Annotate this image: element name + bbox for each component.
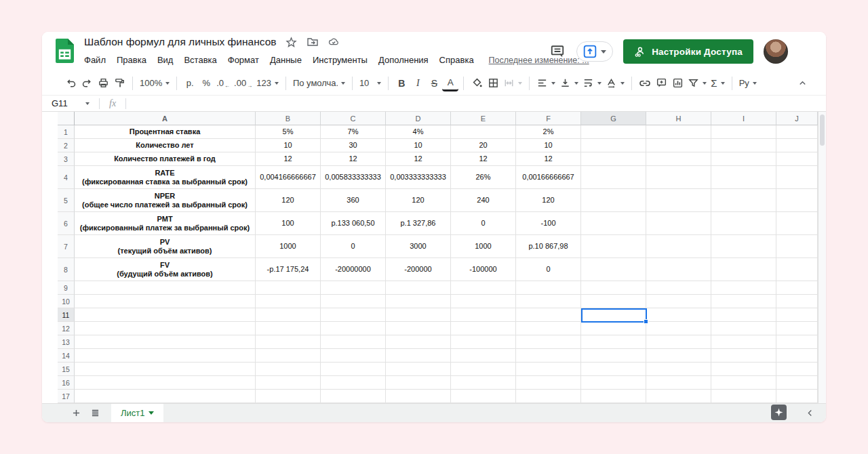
- menu-view[interactable]: Вид: [152, 53, 179, 67]
- cell-C6[interactable]: р.133 060,50: [321, 212, 386, 235]
- menu-insert[interactable]: Вставка: [178, 53, 222, 67]
- cell-C3[interactable]: 12: [321, 152, 386, 166]
- sheet-tab-menu-icon[interactable]: [149, 411, 154, 415]
- cell[interactable]: [776, 349, 818, 363]
- cell[interactable]: [256, 322, 321, 335]
- row-header-11[interactable]: 11: [58, 308, 75, 322]
- row-header-14[interactable]: 14: [58, 349, 75, 363]
- cell[interactable]: [75, 390, 256, 403]
- cell-B4[interactable]: 0,004166666667: [256, 166, 321, 189]
- cell-E2[interactable]: 20: [451, 139, 516, 152]
- cell[interactable]: [646, 376, 711, 390]
- cell-C7[interactable]: 0: [321, 235, 386, 258]
- row-header-4[interactable]: 4: [58, 166, 75, 189]
- cell[interactable]: [711, 189, 776, 212]
- star-icon[interactable]: [285, 36, 298, 48]
- cell[interactable]: [581, 212, 646, 235]
- cell[interactable]: [646, 212, 711, 235]
- cell[interactable]: [516, 376, 581, 390]
- cell[interactable]: [581, 258, 646, 281]
- row-header-5[interactable]: 5: [58, 189, 75, 212]
- fill-handle[interactable]: [644, 319, 648, 324]
- cell-B2[interactable]: 10: [256, 139, 321, 152]
- cell[interactable]: [581, 125, 646, 139]
- menu-addons[interactable]: Дополнения: [373, 53, 434, 67]
- cell[interactable]: [581, 349, 646, 363]
- cell[interactable]: [646, 349, 711, 363]
- cell[interactable]: [776, 139, 818, 152]
- cell-F2[interactable]: 10: [516, 139, 581, 152]
- cell-D5[interactable]: 120: [386, 189, 451, 212]
- row-header-1[interactable]: 1: [58, 125, 75, 139]
- text-wrap-icon[interactable]: [580, 75, 604, 91]
- cell[interactable]: [75, 295, 256, 308]
- cell-A1[interactable]: Процентная ставка: [75, 125, 256, 139]
- name-box[interactable]: G11: [42, 98, 99, 108]
- cell[interactable]: [776, 258, 818, 281]
- cell-E6[interactable]: 0: [451, 212, 516, 235]
- cell[interactable]: [386, 295, 451, 308]
- cell-F8[interactable]: 0: [516, 258, 581, 281]
- cell[interactable]: [75, 349, 256, 363]
- cell[interactable]: [321, 308, 386, 322]
- row-header-3[interactable]: 3: [58, 152, 75, 166]
- cell[interactable]: [646, 390, 711, 403]
- cell[interactable]: [386, 335, 451, 349]
- col-header-C[interactable]: C: [321, 112, 386, 125]
- row-header-2[interactable]: 2: [58, 139, 75, 152]
- font-size-select[interactable]: 10: [357, 75, 383, 91]
- cell[interactable]: [516, 322, 581, 335]
- cell[interactable]: [75, 322, 256, 335]
- cell[interactable]: [646, 235, 711, 258]
- cell[interactable]: [75, 363, 256, 376]
- col-header-H[interactable]: H: [646, 112, 711, 125]
- menu-data[interactable]: Данные: [264, 53, 307, 67]
- document-title[interactable]: Шаблон формул для личных финансов: [84, 36, 277, 48]
- col-header-I[interactable]: I: [711, 112, 776, 125]
- filter-icon[interactable]: [686, 75, 709, 91]
- cell-C8[interactable]: -20000000: [321, 258, 386, 281]
- cell-B3[interactable]: 12: [256, 152, 321, 166]
- cell[interactable]: [711, 212, 776, 235]
- cell-E7[interactable]: 1000: [451, 235, 516, 258]
- cell[interactable]: [776, 125, 818, 139]
- cell[interactable]: [451, 295, 516, 308]
- cell[interactable]: [581, 166, 646, 189]
- row-header-10[interactable]: 10: [58, 295, 75, 308]
- vertical-align-icon[interactable]: [557, 75, 580, 91]
- vertical-scrollbar[interactable]: [818, 112, 826, 403]
- cell[interactable]: [776, 189, 818, 212]
- cell[interactable]: [256, 390, 321, 403]
- borders-icon[interactable]: [485, 75, 501, 91]
- insert-comment-icon[interactable]: [653, 75, 669, 91]
- cell[interactable]: [451, 349, 516, 363]
- cell[interactable]: [646, 295, 711, 308]
- cell-C5[interactable]: 360: [321, 189, 386, 212]
- cell[interactable]: [776, 376, 818, 390]
- cell[interactable]: [581, 363, 646, 376]
- cell[interactable]: [516, 363, 581, 376]
- percent-format-button[interactable]: %: [198, 75, 214, 91]
- cell[interactable]: [711, 322, 776, 335]
- cell[interactable]: [711, 258, 776, 281]
- bold-button[interactable]: B: [393, 75, 410, 91]
- cell[interactable]: [386, 308, 451, 322]
- cell[interactable]: [711, 125, 776, 139]
- cell[interactable]: [711, 235, 776, 258]
- row-header-9[interactable]: 9: [58, 281, 75, 295]
- cell-C1[interactable]: 7%: [321, 125, 386, 139]
- share-status-button[interactable]: [576, 41, 613, 62]
- insert-chart-icon[interactable]: [669, 75, 686, 91]
- cell[interactable]: [581, 390, 646, 403]
- sheets-logo-icon[interactable]: [56, 39, 74, 63]
- cell[interactable]: [581, 152, 646, 166]
- cell[interactable]: [386, 390, 451, 403]
- cell[interactable]: [711, 390, 776, 403]
- cell-D3[interactable]: 12: [386, 152, 451, 166]
- cell[interactable]: [711, 166, 776, 189]
- cell[interactable]: [451, 322, 516, 335]
- cell-F6[interactable]: -100: [516, 212, 581, 235]
- cell-D8[interactable]: -200000: [386, 258, 451, 281]
- input-tools-button[interactable]: Ру: [737, 75, 759, 91]
- cell[interactable]: [711, 152, 776, 166]
